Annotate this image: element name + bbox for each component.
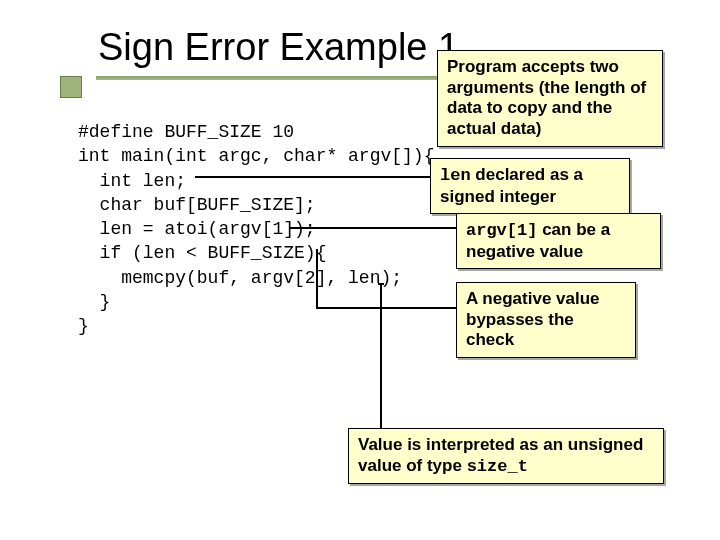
callout-sizet: Value is interpreted as an unsigned valu…: [348, 428, 664, 484]
code-line-5: if (len < BUFF_SIZE){: [78, 243, 326, 263]
callout-argv-mono: argv[1]: [466, 221, 537, 240]
code-line-0: #define BUFF_SIZE 10: [78, 122, 294, 142]
callout-program-args: Program accepts two arguments (the lengt…: [437, 50, 663, 147]
code-line-1: int main(int argc, char* argv[]){: [78, 146, 434, 166]
code-line-6: memcpy(buf, argv[2], len);: [78, 268, 402, 288]
page-title: Sign Error Example 1: [98, 26, 459, 69]
callout-bypass-check: A negative value bypasses the check: [456, 282, 636, 358]
decor-square: [60, 76, 82, 98]
code-block: #define BUFF_SIZE 10 int main(int argc, …: [78, 120, 434, 339]
code-line-4: len = atoi(argv[1]);: [78, 219, 316, 239]
callout-argv-negative: argv[1] can be a negative value: [456, 213, 661, 269]
code-line-7: }: [78, 292, 110, 312]
callout-bypass-text: A negative value bypasses the check: [466, 289, 600, 349]
code-line-8: }: [78, 316, 89, 336]
callout-program-args-text: Program accepts two arguments (the lengt…: [447, 57, 646, 138]
code-line-2: int len;: [78, 171, 186, 191]
callout-sizet-mono: size_t: [467, 457, 528, 476]
callout-len-mono: len: [440, 166, 471, 185]
code-line-3: char buf[BUFF_SIZE];: [78, 195, 316, 215]
callout-len-signed: len declared as a signed integer: [430, 158, 630, 214]
